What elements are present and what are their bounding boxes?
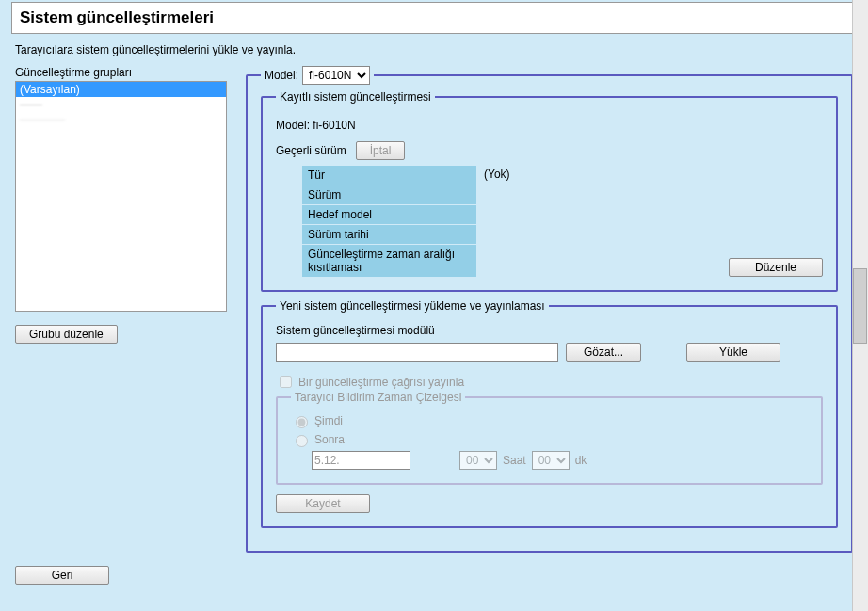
schedule-fieldset: Tarayıcı Bildirim Zaman Çizelgesi Şimdi … xyxy=(276,391,823,485)
model-label: Model: xyxy=(265,69,298,82)
prop-version: Sürüm xyxy=(302,185,476,204)
model-fieldset: Model: fi-6010N Kayıtlı sistem güncelleş… xyxy=(246,66,853,553)
group-item[interactable]: (Varsayılan) xyxy=(16,82,226,97)
prop-type: Tür xyxy=(302,166,476,185)
schedule-later-radio xyxy=(296,435,308,447)
page-title: Sistem güncelleştirmeleri xyxy=(20,8,848,27)
vertical-scrollbar[interactable] xyxy=(852,0,868,611)
back-button[interactable]: Geri xyxy=(15,566,109,585)
groups-listbox[interactable]: (Varsayılan) —— ———— xyxy=(15,81,227,312)
schedule-min-select: 00 xyxy=(532,451,570,470)
min-label: dk xyxy=(575,454,587,467)
upload-legend: Yeni sistem güncelleştirmesi yükleme ve … xyxy=(276,299,549,313)
registered-update-fieldset: Kayıtlı sistem güncelleştirmesi Model: f… xyxy=(261,90,838,292)
module-label: Sistem güncelleştirmesi modülü xyxy=(276,324,823,337)
group-item[interactable]: ———— xyxy=(16,112,226,127)
module-path-input[interactable] xyxy=(276,343,558,362)
registered-model-label: Model: fi-6010N xyxy=(276,119,823,132)
groups-label: Güncelleştirme grupları xyxy=(15,66,227,79)
schedule-hour-select: 00 xyxy=(459,451,497,470)
group-item[interactable]: —— xyxy=(16,97,226,112)
schedule-legend: Tarayıcı Bildirim Zaman Çizelgesi xyxy=(291,391,465,404)
scrollbar-thumb[interactable] xyxy=(853,268,867,344)
cancel-button: İptal xyxy=(356,141,406,160)
publish-call-label: Bir güncelleştirme çağrısı yayınla xyxy=(298,376,464,389)
load-button[interactable]: Yükle xyxy=(686,343,780,362)
prop-release-date: Sürüm tarihi xyxy=(302,225,476,244)
schedule-now-radio xyxy=(296,416,308,428)
schedule-now-label: Şimdi xyxy=(314,414,343,427)
browse-button[interactable]: Gözat... xyxy=(566,343,641,362)
publish-call-checkbox xyxy=(280,376,292,388)
title-bar: Sistem güncelleştirmeleri xyxy=(11,2,857,34)
left-column: Güncelleştirme grupları (Varsayılan) —— … xyxy=(15,66,227,553)
current-version-label: Geçerli sürüm xyxy=(276,144,346,157)
model-select[interactable]: fi-6010N xyxy=(302,66,370,85)
properties-table: Tür Sürüm Hedef model Sürüm tarihi Günce… xyxy=(302,166,476,277)
prop-time-window: Güncelleştirme zaman aralığı kısıtlaması xyxy=(302,245,476,277)
registered-legend: Kayıtlı sistem güncelleştirmesi xyxy=(276,90,435,104)
prop-target-model: Hedef model xyxy=(302,205,476,224)
schedule-later-label: Sonra xyxy=(314,433,345,446)
hour-label: Saat xyxy=(503,454,526,467)
edit-group-button[interactable]: Grubu düzenle xyxy=(15,325,118,344)
edit-button[interactable]: Düzenle xyxy=(729,258,823,277)
save-button: Kaydet xyxy=(276,494,370,513)
upload-fieldset: Yeni sistem güncelleştirmesi yükleme ve … xyxy=(261,299,838,528)
none-label: (Yok) xyxy=(484,166,510,181)
page-subtitle: Tarayıcılara sistem güncelleştirmelerini… xyxy=(15,43,853,56)
schedule-date-input xyxy=(312,451,410,470)
